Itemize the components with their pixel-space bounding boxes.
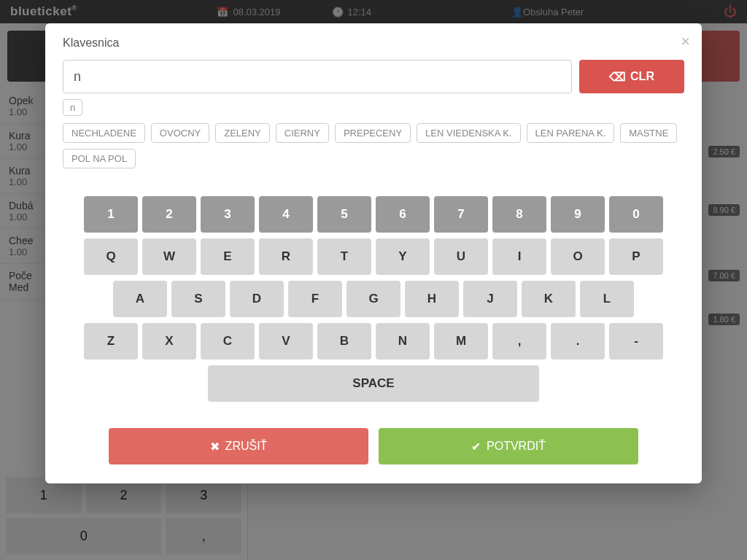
key-2[interactable]: 2 [142, 196, 196, 233]
keyboard-modal: × Klavesnica ⌫ CLR n NECHLADENEOVOCNYZEL… [45, 23, 702, 483]
key-.[interactable]: . [551, 323, 605, 359]
key-4[interactable]: 4 [259, 196, 313, 233]
key-n[interactable]: N [376, 323, 430, 359]
key-8[interactable]: 8 [492, 196, 546, 233]
check-icon: ✔ [471, 440, 481, 454]
key-q[interactable]: Q [84, 238, 138, 275]
close-icon: ✖ [210, 440, 220, 454]
suggestion-chip[interactable]: PREPECENY [335, 123, 411, 143]
suggestion-chip[interactable]: LEN PARENA K. [527, 123, 615, 143]
key-3[interactable]: 3 [201, 196, 255, 233]
suggestion-chip[interactable]: CIERNY [276, 123, 329, 143]
keyboard-input[interactable] [63, 60, 572, 93]
key-k[interactable]: K [522, 281, 576, 317]
suggestion-chip[interactable]: NECHLADENE [63, 123, 145, 143]
key-v[interactable]: V [259, 323, 313, 359]
cancel-button[interactable]: ✖ ZRUŠIŤ [109, 428, 368, 464]
suggestion-chip[interactable]: ZELENY [215, 123, 270, 143]
key-x[interactable]: X [142, 323, 196, 359]
key-e[interactable]: E [201, 238, 255, 275]
key-5[interactable]: 5 [317, 196, 371, 233]
clear-label: CLR [630, 70, 654, 83]
key-r[interactable]: R [259, 238, 313, 275]
keyboard-row: ASDFGHJKL [113, 281, 634, 317]
key-t[interactable]: T [317, 238, 371, 275]
key-a[interactable]: A [113, 281, 167, 317]
backspace-icon: ⌫ [609, 70, 626, 84]
key-y[interactable]: Y [376, 238, 430, 275]
key-d[interactable]: D [230, 281, 284, 317]
key-0[interactable]: 0 [609, 196, 663, 233]
key-6[interactable]: 6 [376, 196, 430, 233]
keyboard-row: QWERTYUIOP [84, 238, 663, 275]
key-f[interactable]: F [288, 281, 342, 317]
key-,[interactable]: , [492, 323, 546, 359]
key-l[interactable]: L [580, 281, 634, 317]
suggestion-row: NECHLADENEOVOCNYZELENYCIERNYPREPECENYLEN… [63, 123, 684, 168]
key-space[interactable]: SPACE [208, 365, 539, 402]
close-icon[interactable]: × [681, 32, 690, 51]
key-h[interactable]: H [405, 281, 459, 317]
suggestion-chip[interactable]: OVOCNY [151, 123, 209, 143]
suggestion-chip[interactable]: POL NA POL [63, 149, 136, 168]
suggestion-chip[interactable]: MASTNE [620, 123, 677, 143]
cancel-label: ZRUŠIŤ [225, 440, 268, 453]
key-c[interactable]: C [201, 323, 255, 359]
clear-button[interactable]: ⌫ CLR [579, 60, 684, 93]
suggestion-chip[interactable]: LEN VIEDENSKA K. [417, 123, 521, 143]
keyboard-row: ZXCVBNM,.- [84, 323, 663, 359]
key-i[interactable]: I [492, 238, 546, 275]
onscreen-keyboard: 1234567890 QWERTYUIOP ASDFGHJKL ZXCVBNM,… [63, 196, 684, 402]
key-w[interactable]: W [142, 238, 196, 275]
key-m[interactable]: M [434, 323, 488, 359]
key-z[interactable]: Z [84, 323, 138, 359]
confirm-button[interactable]: ✔ POTVRDIŤ [379, 428, 638, 464]
key-g[interactable]: G [347, 281, 400, 317]
modal-overlay: × Klavesnica ⌫ CLR n NECHLADENEOVOCNYZEL… [0, 0, 747, 560]
mini-tag[interactable]: n [63, 99, 82, 116]
key-9[interactable]: 9 [551, 196, 605, 233]
modal-title: Klavesnica [63, 36, 684, 50]
confirm-label: POTVRDIŤ [487, 440, 546, 453]
key-1[interactable]: 1 [84, 196, 138, 233]
key-o[interactable]: O [551, 238, 605, 275]
key-7[interactable]: 7 [434, 196, 488, 233]
key-b[interactable]: B [317, 323, 371, 359]
key--[interactable]: - [609, 323, 663, 359]
key-j[interactable]: J [463, 281, 517, 317]
key-s[interactable]: S [171, 281, 225, 317]
keyboard-row: 1234567890 [84, 196, 663, 233]
key-p[interactable]: P [609, 238, 663, 275]
key-u[interactable]: U [434, 238, 488, 275]
